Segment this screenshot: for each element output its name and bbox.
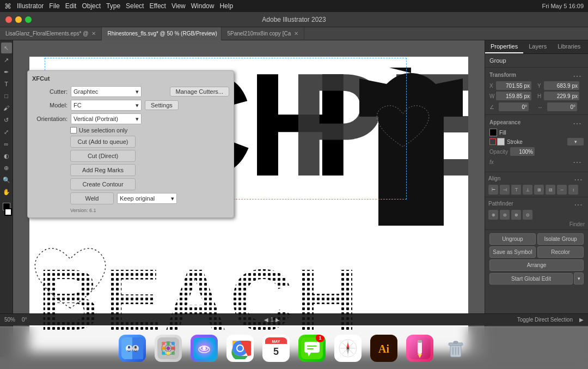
menu-effect[interactable]: Effect xyxy=(149,2,166,10)
align-dist-h[interactable]: ↔ xyxy=(557,185,567,195)
recolor-button[interactable]: Recolor xyxy=(537,246,584,258)
transform-title: Transform xyxy=(489,72,516,78)
close-button[interactable] xyxy=(5,16,12,23)
keep-original-dropdown[interactable]: Keep original ▾ xyxy=(117,193,177,204)
stroke-color[interactable] xyxy=(4,208,12,216)
start-global-edit-row: Start Global Edit ▾ xyxy=(489,273,584,285)
tab-libraries[interactable]: Libraries xyxy=(552,40,586,53)
stroke-options[interactable]: ▾ xyxy=(567,138,584,146)
pathfinder-minus[interactable]: ⊖ xyxy=(500,210,510,220)
opacity-input[interactable] xyxy=(510,147,535,156)
menu-window[interactable]: Window xyxy=(191,2,215,10)
pathfinder-more[interactable]: ⋯ xyxy=(572,199,585,210)
transform-more[interactable]: ⋯ xyxy=(571,71,584,81)
gradient-tool[interactable]: ◐ xyxy=(1,150,12,161)
toggle-direct-selection[interactable]: Toggle Direct Selection xyxy=(517,317,573,323)
fill-swatch[interactable] xyxy=(489,129,497,136)
menu-select[interactable]: Select xyxy=(126,2,144,10)
x-label: X xyxy=(489,83,495,89)
direct-selection-tool[interactable]: ↗ xyxy=(1,55,12,65)
fx-label[interactable]: fx xyxy=(489,159,494,165)
h-input[interactable] xyxy=(544,92,579,100)
cut-direct-button[interactable]: Cut (Direct) xyxy=(70,150,136,162)
cut-add-button[interactable]: Cut (Add to queue) xyxy=(70,136,136,148)
dock-trash[interactable] xyxy=(440,332,471,364)
orientation-dropdown[interactable]: Vertical (Portrait) ▾ xyxy=(71,113,142,124)
selection-tool[interactable]: ↖ xyxy=(1,43,12,53)
stroke-swatch[interactable] xyxy=(497,138,505,146)
svg-rect-23 xyxy=(171,352,175,355)
start-global-edit-button[interactable]: Start Global Edit xyxy=(489,273,573,285)
dock-focusbits[interactable] xyxy=(404,332,436,364)
tab-2-close[interactable]: ✕ xyxy=(294,31,298,37)
global-edit-dropdown[interactable]: ▾ xyxy=(574,273,584,285)
model-label: Model: xyxy=(32,102,68,108)
menu-bar-right: Fri May 5 16:09 xyxy=(542,3,584,9)
apple-logo[interactable]: ⌘ xyxy=(4,2,11,10)
fx-more[interactable]: ⋯ xyxy=(571,157,584,167)
tshirt-area xyxy=(359,68,463,227)
minimize-button[interactable] xyxy=(15,16,22,23)
align-right[interactable]: ⊤ xyxy=(511,185,521,195)
qa-row-2: Save as Symbol Recolor xyxy=(489,246,584,258)
cutter-dropdown[interactable]: Graphtec ▾ xyxy=(71,86,142,97)
menu-view[interactable]: View xyxy=(171,2,186,10)
tab-layers[interactable]: Layers xyxy=(523,40,552,53)
y-input[interactable] xyxy=(544,81,579,90)
zoom-tool[interactable]: 🔍 xyxy=(1,174,12,185)
menu-help[interactable]: Help xyxy=(219,2,233,10)
menu-file[interactable]: File xyxy=(49,2,59,10)
finder-label[interactable]: Finder xyxy=(569,221,585,227)
menu-app-name[interactable]: Illustrator xyxy=(17,2,44,10)
align-more[interactable]: ⋯ xyxy=(572,174,585,185)
manage-cutters-button[interactable]: Manage Cutters... xyxy=(170,87,229,96)
selection-only-checkbox[interactable] xyxy=(70,127,77,134)
canvas-area[interactable]: ACH PE xyxy=(13,40,485,357)
align-center-h[interactable]: ⊣ xyxy=(500,185,510,195)
stroke-check-area xyxy=(489,138,505,146)
settings-button[interactable]: Settings xyxy=(145,100,179,110)
pen-tool[interactable]: ✒ xyxy=(1,66,12,77)
hand-tool[interactable]: ✋ xyxy=(1,186,12,197)
menu-type[interactable]: Type xyxy=(106,2,120,10)
save-symbol-button[interactable]: Save as Symbol xyxy=(489,246,536,258)
shape-tool[interactable]: □ xyxy=(1,90,12,101)
scale-tool[interactable]: ⤢ xyxy=(1,126,12,137)
w-input[interactable] xyxy=(496,92,531,100)
shear-input[interactable] xyxy=(547,102,577,111)
create-contour-button[interactable]: Create Contour xyxy=(70,178,136,190)
appearance-more[interactable]: ⋯ xyxy=(571,118,584,129)
angle-status: 0° xyxy=(22,317,27,323)
align-center-v[interactable]: ⊞ xyxy=(534,185,544,195)
tab-2[interactable]: 5Panel210mx8in copy [Ca ✕ xyxy=(222,27,304,40)
stroke-row: Stroke ▾ xyxy=(489,138,584,146)
align-left[interactable]: ⊢ xyxy=(488,185,498,195)
arrange-button[interactable]: Arrange xyxy=(489,259,584,271)
brush-tool[interactable]: 🖌 xyxy=(1,102,12,113)
isolate-group-button[interactable]: Isolate Group xyxy=(537,233,584,245)
pathfinder-unite[interactable]: ⊕ xyxy=(488,210,498,220)
pathfinder-intersect[interactable]: ⊗ xyxy=(511,210,521,220)
menu-edit[interactable]: Edit xyxy=(65,2,77,10)
angle-input[interactable] xyxy=(499,102,529,111)
eyedropper-tool[interactable]: ⊕ xyxy=(1,162,12,173)
align-bottom[interactable]: ⊟ xyxy=(546,185,555,195)
model-dropdown[interactable]: FC ▾ xyxy=(71,100,142,111)
weld-button[interactable]: Weld xyxy=(70,192,114,204)
pathfinder-exclude[interactable]: ⊙ xyxy=(523,210,532,220)
maximize-button[interactable] xyxy=(25,16,32,23)
x-input[interactable] xyxy=(496,81,531,90)
rotate-tool[interactable]: ↺ xyxy=(1,114,12,125)
tab-0[interactable]: LisaGlanz_FloralElements.eps* @ ✕ xyxy=(0,27,102,40)
stroke-enabled-indicator[interactable] xyxy=(489,138,496,145)
tab-properties[interactable]: Properties xyxy=(485,40,523,53)
align-top[interactable]: ⊥ xyxy=(523,185,532,195)
align-dist-v[interactable]: ↕ xyxy=(568,185,578,195)
ungroup-button[interactable]: Ungroup xyxy=(489,233,536,245)
type-tool[interactable]: T xyxy=(1,78,12,89)
tab-0-close[interactable]: ✕ xyxy=(91,31,96,37)
add-reg-marks-button[interactable]: Add Reg Marks xyxy=(70,164,136,176)
tab-1[interactable]: Rhinestones_fls.svg* @ 50 % (RGB/Preview… xyxy=(102,27,222,40)
menu-object[interactable]: Object xyxy=(82,2,101,10)
blend-tool[interactable]: ∞ xyxy=(1,138,12,149)
